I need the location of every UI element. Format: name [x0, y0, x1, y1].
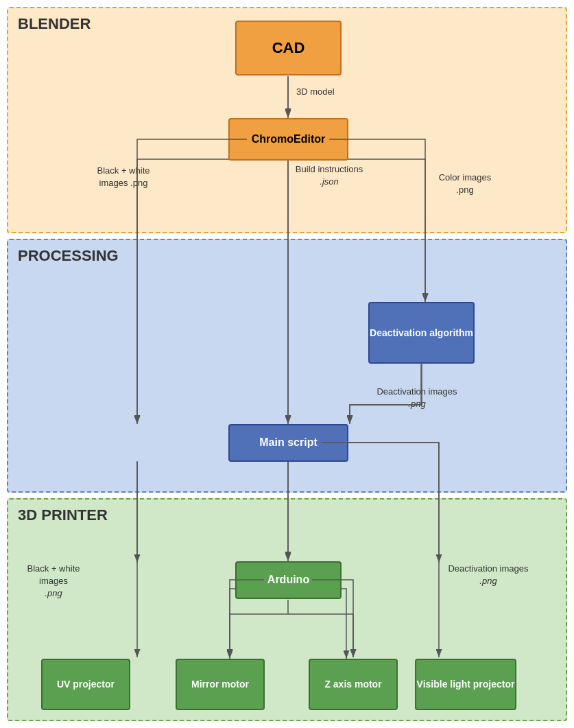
arduino-box: Arduino: [235, 561, 342, 599]
z-axis-motor-box: Z axis motor: [309, 659, 398, 710]
blender-label: BLENDER: [18, 15, 91, 33]
mainscript-box: Main script: [228, 424, 348, 462]
processing-label: PROCESSING: [18, 247, 119, 265]
label-deactivation-images-printer: Deactivation images .png: [447, 563, 529, 587]
mirror-motor-box: Mirror motor: [176, 659, 265, 710]
printer-label: 3D PRINTER: [18, 506, 108, 524]
deactivation-box: Deactivation algorithm: [368, 302, 475, 364]
label-build-instructions: Build instructions .json: [291, 163, 367, 188]
label-bw-images: Black + white images .png: [89, 165, 158, 189]
diagram: BLENDER PROCESSING 3D PRINTER: [0, 0, 574, 728]
cad-box: CAD: [235, 21, 342, 75]
chromoeditor-box: ChromoEditor: [228, 118, 348, 161]
label-deactivation-images: Deactivation images .png: [376, 386, 458, 410]
label-bw-images-printer: Black + white images .png: [12, 563, 95, 600]
visible-light-box: Visible light projector: [415, 659, 516, 710]
uv-projector-box: UV projector: [41, 659, 130, 710]
label-3dmodel: 3D model: [296, 86, 335, 98]
label-color-images: Color images .png: [431, 172, 499, 196]
